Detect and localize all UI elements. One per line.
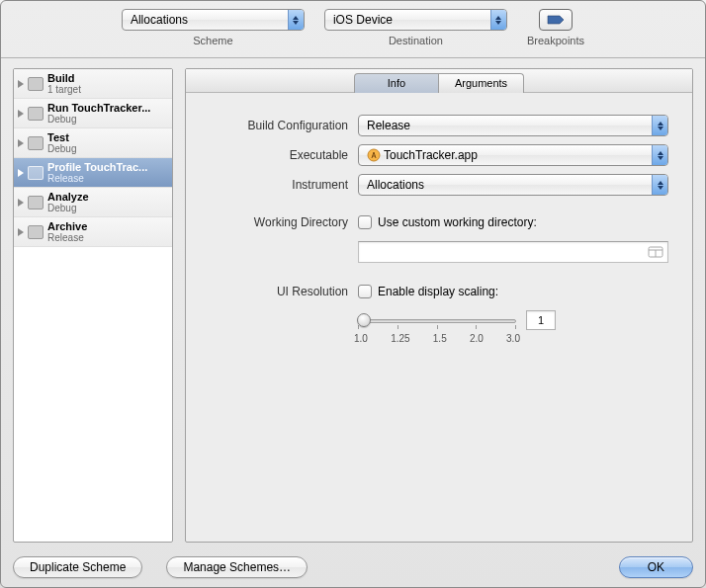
tick-label: 1.25 (391, 333, 409, 344)
tick-label: 1.0 (354, 333, 368, 344)
disclosure-triangle-icon[interactable] (18, 139, 24, 147)
scheme-popup[interactable]: Allocations (122, 9, 305, 31)
scheme-actions-sidebar: Build1 targetRun TouchTracker...DebugTes… (13, 68, 173, 543)
breakpoints-caption: Breakpoints (527, 35, 584, 46)
scheme-action-icon (28, 136, 44, 150)
instrument-label: Instrument (210, 178, 348, 192)
workdir-checkbox[interactable] (358, 215, 372, 229)
slider-ticks-labels: 1.0 1.25 1.5 2.0 3.0 (354, 333, 520, 344)
uires-value[interactable]: 1 (526, 310, 556, 330)
folder-icon (648, 246, 663, 258)
sidebar-item[interactable]: Build1 target (14, 69, 172, 99)
destination-value: iOS Device (333, 13, 393, 27)
tick-label: 2.0 (470, 333, 484, 344)
scheme-value: Allocations (131, 13, 188, 27)
info-form: Build Configuration Release Executable (186, 93, 692, 362)
toolbar: Allocations Scheme iOS Device Destinatio… (1, 1, 705, 58)
sidebar-item[interactable]: TestDebug (14, 128, 172, 158)
workdir-label: Working Directory (210, 215, 348, 229)
workdir-check-label: Use custom working directory: (378, 215, 537, 229)
sidebar-item-title: Profile TouchTrac... (47, 161, 147, 173)
scheme-action-icon (28, 77, 44, 91)
popup-arrows-icon (288, 10, 304, 30)
manage-schemes-button[interactable]: Manage Schemes… (166, 556, 308, 578)
instrument-popup[interactable]: Allocations (358, 174, 668, 196)
scheme-action-icon (28, 225, 44, 239)
tab-info[interactable]: Info (354, 73, 439, 93)
disclosure-triangle-icon[interactable] (18, 80, 24, 88)
uires-label: UI Resolution (210, 285, 348, 298)
executable-label: Executable (210, 148, 348, 162)
disclosure-triangle-icon[interactable] (18, 169, 24, 177)
scheme-editor-window: Allocations Scheme iOS Device Destinatio… (0, 0, 706, 588)
disclosure-triangle-icon[interactable] (18, 199, 24, 207)
popup-arrows-icon (490, 10, 506, 30)
breakpoints-button[interactable] (539, 9, 573, 31)
sidebar-item-subtitle: Debug (47, 143, 76, 154)
destination-group: iOS Device Destination (324, 9, 507, 57)
scheme-action-icon (28, 196, 44, 210)
slider-thumb-icon[interactable] (357, 313, 371, 327)
workdir-path-input[interactable] (358, 241, 668, 263)
sidebar-item-title: Archive (47, 220, 87, 232)
app-icon (367, 148, 381, 162)
tab-arguments[interactable]: Arguments (439, 73, 524, 93)
build-config-popup[interactable]: Release (358, 115, 668, 136)
scheme-caption: Scheme (193, 35, 232, 46)
scheme-group: Allocations Scheme (122, 9, 305, 57)
disclosure-triangle-icon[interactable] (18, 228, 24, 236)
build-config-label: Build Configuration (210, 119, 348, 132)
main-panel: Info Arguments Build Configuration Relea… (185, 68, 693, 543)
sidebar-item-subtitle: Debug (47, 114, 150, 125)
sidebar-item-subtitle: Release (47, 173, 147, 184)
sidebar-item-title: Run TouchTracker... (47, 102, 150, 114)
content-area: Build1 targetRun TouchTracker...DebugTes… (1, 58, 705, 543)
destination-popup[interactable]: iOS Device (324, 9, 507, 31)
sidebar-item-title: Test (47, 131, 76, 143)
uires-check-label: Enable display scaling: (378, 285, 498, 298)
sidebar-item[interactable]: AnalyzeDebug (14, 188, 172, 217)
sidebar-item[interactable]: Run TouchTracker...Debug (14, 99, 172, 128)
executable-popup[interactable]: TouchTracker.app (358, 144, 668, 166)
tab-bar: Info Arguments (186, 69, 692, 93)
sidebar-item-title: Build (47, 72, 81, 84)
duplicate-scheme-button[interactable]: Duplicate Scheme (13, 556, 142, 578)
sidebar-item[interactable]: ArchiveRelease (14, 217, 172, 247)
ok-button[interactable]: OK (619, 556, 693, 578)
uires-checkbox[interactable] (358, 285, 372, 298)
sidebar-item-title: Analyze (47, 191, 89, 203)
scheme-action-icon (28, 166, 44, 180)
sidebar-item-subtitle: Debug (47, 203, 89, 213)
tick-label: 3.0 (506, 333, 520, 344)
footer: Duplicate Scheme Manage Schemes… OK (1, 547, 705, 587)
breakpoint-icon (547, 15, 565, 25)
sidebar-item-subtitle: Release (47, 232, 87, 243)
uires-slider[interactable] (358, 312, 516, 328)
popup-arrows-icon (652, 145, 667, 165)
scheme-action-icon (28, 107, 44, 121)
tick-label: 1.5 (433, 333, 447, 344)
popup-arrows-icon (652, 175, 667, 195)
sidebar-item[interactable]: Profile TouchTrac...Release (14, 158, 172, 188)
executable-value: TouchTracker.app (384, 148, 478, 162)
popup-arrows-icon (652, 116, 667, 135)
destination-caption: Destination (389, 35, 443, 46)
disclosure-triangle-icon[interactable] (18, 110, 24, 118)
instrument-value: Allocations (367, 178, 424, 192)
breakpoints-group: Breakpoints (527, 9, 584, 57)
build-config-value: Release (367, 119, 410, 132)
sidebar-item-subtitle: 1 target (47, 84, 81, 95)
